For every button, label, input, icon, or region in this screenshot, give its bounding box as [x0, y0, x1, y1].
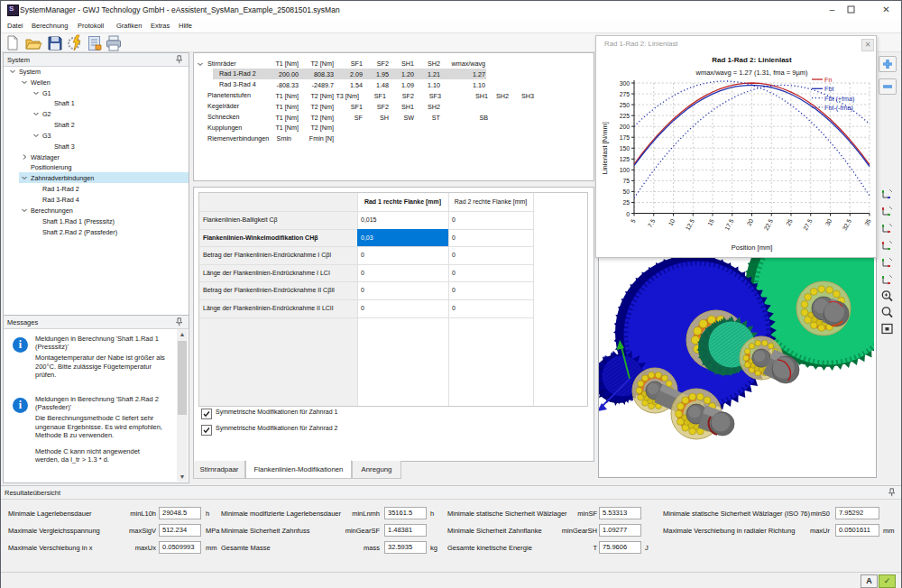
- overview-row-rad12[interactable]: Rad 1-Rad 2200.00808.332.091.951.201.211…: [194, 69, 594, 79]
- mod-cell[interactable]: 0,015: [357, 211, 448, 229]
- calculate-icon[interactable]: [67, 34, 85, 51]
- chart-close-icon[interactable]: ✕: [861, 39, 874, 51]
- tree-item-system[interactable]: System: [4, 67, 189, 77]
- overview-row-kegelraeder[interactable]: KegelräderT1 [Nm]T2 [Nm]SF1SF2SH1SH2: [194, 101, 594, 112]
- result-value-field[interactable]: 1.48381: [384, 524, 427, 537]
- menu-item-datei[interactable]: Datei: [7, 22, 23, 30]
- result-value-field[interactable]: 7.95292: [835, 507, 879, 519]
- mod-cell[interactable]: 0: [448, 246, 533, 264]
- chevron-down-icon[interactable]: [32, 132, 40, 139]
- font-button[interactable]: A: [861, 574, 878, 588]
- overview-row-planetenstufen[interactable]: PlanetenstufenT1 [Nm]T2 [Nm]T3 [Nm]SF1SF…: [194, 90, 594, 101]
- result-value-field[interactable]: 35161.5: [384, 507, 427, 519]
- chevron-down-icon[interactable]: [32, 89, 40, 96]
- open-folder-icon[interactable]: [24, 34, 42, 51]
- magnify-in-icon[interactable]: [880, 289, 894, 303]
- tree-item-rad-1-rad-2[interactable]: Rad 1-Rad 2: [4, 183, 189, 194]
- mod-cell[interactable]: 0: [448, 281, 533, 299]
- magnify-out-icon[interactable]: [880, 306, 894, 319]
- view-right-icon[interactable]: [880, 255, 894, 269]
- zoom-minus-button[interactable]: [879, 78, 897, 95]
- checkbox-checked-icon[interactable]: [201, 425, 212, 436]
- scroll-down-icon[interactable]: ▼: [177, 472, 188, 482]
- result-code: minGearSH: [516, 527, 597, 535]
- zoom-plus-button[interactable]: [879, 56, 897, 72]
- chevron-down-icon[interactable]: [21, 78, 28, 86]
- menu-item-protokoll[interactable]: Protokoll: [78, 22, 104, 30]
- overview-row-riemenverbindungen[interactable]: RiemenverbindungenSminFmin [N]: [194, 133, 594, 144]
- mod-cell[interactable]: 0: [357, 246, 448, 264]
- y-tick-label: 75: [622, 178, 630, 184]
- report-icon[interactable]: [86, 34, 104, 51]
- result-value-field[interactable]: 1.09277: [599, 524, 641, 537]
- checkbox-checked-icon[interactable]: [201, 409, 212, 419]
- chevron-down-icon[interactable]: [32, 110, 40, 117]
- tree-item-positionierung[interactable]: Positionierung: [4, 161, 189, 172]
- tree-item-wellen[interactable]: Wellen: [4, 77, 189, 87]
- result-value-field[interactable]: 512.234: [159, 524, 201, 537]
- minimize-button[interactable]: –: [819, 1, 845, 18]
- mod-cell[interactable]: 0: [357, 264, 448, 282]
- tree-item-w-lzlager[interactable]: Wälzlager: [4, 152, 189, 162]
- mod-cell[interactable]: 0: [448, 229, 533, 247]
- mod-cell[interactable]: 0: [448, 299, 533, 317]
- chevron-down-icon[interactable]: [197, 60, 204, 68]
- mod-cell-selected[interactable]: 0,03: [357, 229, 448, 247]
- tree-item-g1[interactable]: G1: [4, 87, 189, 98]
- result-value-field[interactable]: 0.0509993: [159, 541, 201, 554]
- tree-item-rad-3-rad-4[interactable]: Rad 3-Rad 4: [4, 194, 189, 205]
- tree-item-zahnradverbindungen[interactable]: Zahnradverbindungen: [4, 172, 189, 183]
- tab-stirnradpaar[interactable]: Stirnradpaar: [193, 461, 245, 479]
- menu-item-hilfe[interactable]: Hilfe: [179, 22, 192, 30]
- pin-icon[interactable]: [888, 488, 896, 497]
- view-left-icon[interactable]: [880, 238, 894, 252]
- tab-flankenlinien-modifikationen[interactable]: Flankenlinien-Modifikationen: [245, 460, 352, 479]
- view-back-icon[interactable]: [880, 221, 894, 234]
- pin-icon[interactable]: [175, 317, 183, 326]
- overview-row-kupplungen[interactable]: KupplungenT1 [Nm]T2 [Nm]: [194, 123, 594, 133]
- view-front-icon[interactable]: [880, 204, 894, 217]
- tree-item-shaft-2[interactable]: Shaft 2: [4, 119, 189, 130]
- menu-item-berechnung[interactable]: Berechnung: [32, 22, 68, 30]
- result-value-field[interactable]: 32.5935: [384, 541, 427, 554]
- tree-item-shaft-1[interactable]: Shaft 1: [4, 97, 189, 108]
- menu-item-extras[interactable]: Extras: [151, 22, 170, 30]
- result-value-field[interactable]: 29048.5: [159, 507, 201, 519]
- view-top-icon[interactable]: [880, 272, 894, 286]
- chevron-right-icon[interactable]: [21, 153, 28, 161]
- chevron-down-icon[interactable]: [21, 174, 28, 181]
- fit-view-icon[interactable]: [880, 322, 894, 335]
- result-value-field[interactable]: 5.53313: [599, 507, 641, 519]
- messages-scrollbar[interactable]: ▲ ▼: [177, 329, 188, 482]
- ok-button[interactable]: ✓: [879, 574, 896, 588]
- y-tick-label: 200: [620, 124, 630, 130]
- overview-row-rad34[interactable]: Rad 3-Rad 4-808.33-2489.71.541.481.091.1…: [194, 79, 594, 90]
- result-value-field[interactable]: 75.9606: [599, 541, 641, 554]
- tree-item-g3[interactable]: G3: [4, 130, 189, 141]
- chevron-down-icon[interactable]: [9, 68, 16, 75]
- tree-item-shaft-3[interactable]: Shaft 3: [4, 141, 189, 152]
- mod-cell[interactable]: 0: [357, 281, 448, 299]
- mod-cell[interactable]: 0: [448, 264, 533, 282]
- tree-item-g2[interactable]: G2: [4, 108, 189, 119]
- overview-row-schnecken[interactable]: SchneckenT1 [Nm]T2 [Nm]SFSHSWSTSB: [194, 112, 594, 123]
- new-document-icon[interactable]: [4, 34, 22, 51]
- chevron-down-icon[interactable]: [21, 207, 28, 214]
- overview-row-stirnraeder[interactable]: StirnräderT1 [Nm]T2 [Nm]SF1SF2SH1SH2wmax…: [194, 59, 594, 69]
- print-icon[interactable]: [105, 34, 123, 51]
- close-button[interactable]: ✕: [873, 1, 899, 18]
- mod-cell[interactable]: 0: [448, 211, 533, 229]
- result-value-field[interactable]: 0.0501611: [835, 524, 879, 537]
- mod-cell[interactable]: 0: [357, 299, 448, 317]
- view-iso-icon[interactable]: [880, 187, 894, 200]
- save-icon[interactable]: [46, 34, 64, 51]
- tree-item-shaft-1-rad-1-presssitz-[interactable]: Shaft 1.Rad 1 (Presssitz): [4, 216, 189, 226]
- tab-anregung[interactable]: Anregung: [352, 461, 401, 479]
- scrollbar-thumb[interactable]: [178, 341, 187, 415]
- pin-icon[interactable]: [175, 55, 183, 64]
- tree-item-shaft-2-rad-2-passfeder-[interactable]: Shaft 2.Rad 2 (Passfeder): [4, 226, 189, 237]
- tree-item-berechnungen[interactable]: Berechnungen: [4, 205, 189, 216]
- menu-item-grafiken[interactable]: Grafiken: [116, 22, 142, 30]
- maximize-button[interactable]: [847, 1, 873, 18]
- scroll-up-icon[interactable]: ▲: [177, 329, 188, 339]
